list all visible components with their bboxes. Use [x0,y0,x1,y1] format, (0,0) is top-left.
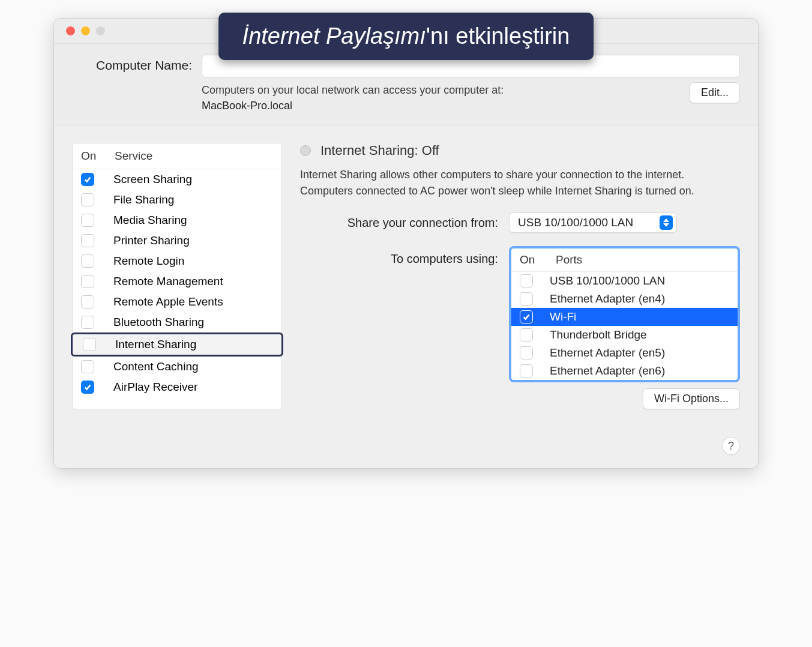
ports-list: On Ports USB 10/100/1000 LANEthernet Ada… [509,246,740,382]
service-row[interactable]: Remote Login [73,251,281,271]
port-label: Thunderbolt Bridge [550,328,647,342]
service-label: Media Sharing [113,214,187,227]
help-icon: ? [728,440,734,453]
instruction-overlay-italic: İnternet Paylaşımı [242,23,426,49]
port-row[interactable]: Thunderbolt Bridge [511,326,738,344]
service-label: Remote Management [113,275,223,288]
port-checkbox[interactable] [520,274,533,287]
window-close-icon[interactable] [66,26,75,35]
service-label: Remote Login [113,254,184,268]
window-footer: ? [54,421,758,468]
help-button[interactable]: ? [722,437,740,455]
port-checkbox[interactable] [520,292,533,305]
service-label: AirPlay Receiver [113,381,197,394]
service-detail-panel: Internet Sharing: Off Internet Sharing a… [300,143,740,409]
services-header: On Service [73,143,281,169]
port-checkbox[interactable] [520,364,533,378]
ports-header-ports: Ports [556,253,582,266]
port-row[interactable]: USB 10/100/1000 LAN [511,272,738,290]
ports-header: On Ports [511,248,738,272]
computer-name-label: Computer Name: [72,55,192,73]
service-label: Screen Sharing [113,173,192,186]
port-label: Wi-Fi [550,310,576,324]
service-checkbox[interactable] [81,275,94,288]
port-checkbox[interactable] [520,346,533,360]
port-row[interactable]: Ethernet Adapter (en5) [511,344,738,362]
service-checkbox[interactable] [81,254,94,268]
service-checkbox[interactable] [81,295,94,308]
service-checkbox[interactable] [81,234,94,247]
port-row[interactable]: Ethernet Adapter (en4) [511,290,738,308]
port-label: Ethernet Adapter (en4) [550,292,665,305]
computer-name-subtext: Computers on your local network can acce… [202,82,504,113]
service-checkbox[interactable] [81,193,94,206]
service-label: File Sharing [113,193,174,206]
service-checkbox[interactable] [83,338,96,351]
sharing-body: On Service Screen SharingFile SharingMed… [54,125,758,421]
computer-name-subtext-line: Computers on your local network can acce… [202,84,504,96]
service-row[interactable]: Media Sharing [73,210,281,230]
service-checkbox[interactable] [81,381,94,394]
service-row[interactable]: Bluetooth Sharing [73,312,281,333]
share-from-label: Share your connection from: [300,216,498,230]
port-row[interactable]: Ethernet Adapter (en6) [511,362,738,380]
port-checkbox[interactable] [520,328,533,342]
computer-hostname: MacBook-Pro.local [202,100,292,112]
share-from-value: USB 10/100/1000 LAN [518,216,633,229]
instruction-overlay: İnternet Paylaşımı'nı etkinleştirin [218,13,594,60]
service-row[interactable]: File Sharing [73,190,281,210]
service-label: Internet Sharing [115,338,196,351]
ports-header-on: On [520,253,556,266]
service-checkbox[interactable] [81,316,94,329]
service-checkbox[interactable] [81,214,94,227]
sharing-preferences-window: İnternet Paylaşımı'nı etkinleştirin Comp… [53,18,759,469]
instruction-overlay-rest: 'nı etkinleştirin [426,23,570,49]
service-row[interactable]: Screen Sharing [73,169,281,190]
services-list: On Service Screen SharingFile SharingMed… [72,143,282,409]
service-label: Printer Sharing [113,234,190,247]
port-checkbox[interactable] [520,310,533,324]
share-from-select[interactable]: USB 10/100/1000 LAN [509,212,677,233]
service-row[interactable]: Internet Sharing [71,333,283,357]
to-computers-label: To computers using: [300,246,498,266]
wifi-options-button[interactable]: Wi-Fi Options... [643,388,740,409]
service-label: Content Caching [113,360,199,373]
port-label: USB 10/100/1000 LAN [550,274,665,287]
service-label: Bluetooth Sharing [113,316,204,329]
services-header-on: On [81,149,115,163]
port-label: Ethernet Adapter (en5) [550,346,665,360]
status-indicator-icon [300,145,311,156]
select-stepper-icon [660,215,673,230]
service-row[interactable]: Remote Apple Events [73,292,281,312]
service-status-title: Internet Sharing: Off [320,143,439,158]
window-zoom-icon[interactable] [96,26,105,35]
service-description: Internet Sharing allows other computers … [300,167,732,199]
service-row[interactable]: AirPlay Receiver [73,377,281,397]
service-checkbox[interactable] [81,173,94,186]
service-label: Remote Apple Events [113,295,223,308]
port-row[interactable]: Wi-Fi [511,308,738,326]
services-header-service: Service [115,149,281,163]
edit-hostname-button[interactable]: Edit... [690,82,740,103]
window-minimize-icon[interactable] [81,26,90,35]
service-row[interactable]: Printer Sharing [73,230,281,251]
service-row[interactable]: Remote Management [73,271,281,292]
port-label: Ethernet Adapter (en6) [550,364,665,378]
service-checkbox[interactable] [81,360,94,373]
service-row[interactable]: Content Caching [73,357,281,377]
